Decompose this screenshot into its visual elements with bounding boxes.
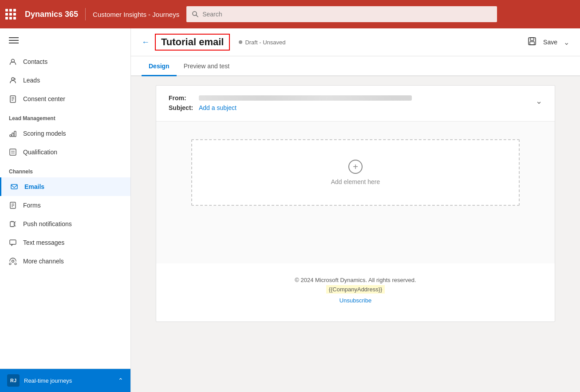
add-element-plus-icon: + [348,160,363,174]
subject-label: Subject: [169,104,195,111]
svg-rect-23 [10,240,16,244]
from-label: From: [169,94,195,102]
search-icon [192,11,199,18]
app-name: Dynamics 365 [25,10,78,19]
contacts-label: Contacts [23,58,47,65]
topbar-divider [85,8,86,20]
svg-point-26 [15,263,16,265]
add-element-text: Add element here [331,178,380,185]
sidebar-footer-chevron-icon: ⌃ [118,377,123,384]
sidebar-item-consent-center[interactable]: Consent center [0,90,130,108]
svg-point-3 [12,78,14,80]
svg-rect-29 [530,42,534,45]
email-footer: © 2024 Microsoft Dynamics. All rights re… [156,263,555,321]
consent-icon [9,95,17,103]
leads-icon [9,76,17,84]
svg-rect-10 [14,131,16,137]
draft-status-text: Draft - Unsaved [245,39,285,46]
svg-line-1 [196,15,198,17]
emails-icon [10,183,18,191]
svg-rect-9 [12,133,14,137]
leads-label: Leads [23,77,40,84]
search-bar[interactable] [186,6,497,22]
content-area: ← Tutorial email Draft - Unsaved Save ⌄ [131,28,580,392]
sidebar-footer[interactable]: RJ Real-time journeys ⌃ [0,368,130,392]
sidebar-item-forms[interactable]: Forms [0,196,130,215]
hamburger-button[interactable] [0,28,130,52]
forms-icon [9,201,17,209]
sidebar-item-leads[interactable]: Leads [0,71,130,90]
email-meta: From: Subject: Add a subject ⌄ [156,86,555,122]
svg-rect-28 [530,38,534,40]
module-name: Customer Insights - Journeys [93,11,179,18]
svg-rect-8 [10,135,12,137]
sidebar-item-more-channels[interactable]: More channels [0,252,130,270]
sidebar-footer-avatar: RJ [7,374,20,387]
text-messages-icon [9,239,17,247]
footer-company-address: {{CompanyAddress}} [326,285,385,294]
forms-label: Forms [23,202,41,209]
tab-design[interactable]: Design [142,56,177,76]
footer-copyright: © 2024 Microsoft Dynamics. All rights re… [169,277,542,283]
emails-label: Emails [24,183,44,190]
consent-center-label: Consent center [23,95,65,102]
sidebar-footer-label: Real-time journeys [24,377,114,384]
meta-expand-icon[interactable]: ⌄ [536,96,542,106]
topbar: Dynamics 365 Customer Insights - Journey… [0,0,580,28]
draft-status: Draft - Unsaved [239,39,285,46]
svg-rect-11 [10,149,16,155]
search-input[interactable] [202,11,492,18]
contacts-icon [9,58,17,66]
scoring-icon [9,129,17,137]
sidebar-item-scoring-models[interactable]: Scoring models [0,124,130,143]
sidebar-item-emails[interactable]: Emails [0,177,130,196]
email-subject-row: Subject: Add a subject [169,104,542,111]
sidebar-item-text-messages[interactable]: Text messages [0,233,130,252]
tab-preview-and-test[interactable]: Preview and test [177,56,237,76]
draft-dot [239,40,242,44]
save-button[interactable]: Save [541,37,560,47]
qualification-icon [9,148,17,156]
svg-rect-14 [11,184,17,189]
lead-management-section: Lead Management [0,108,130,124]
qualification-label: Qualification [23,149,57,156]
push-notifications-icon [9,220,17,228]
push-notifications-label: Push notifications [23,220,72,227]
more-channels-icon [9,257,17,265]
channels-section: Channels [0,161,130,177]
email-body-canvas: + Add element here [156,122,555,263]
add-element-box[interactable]: + Add element here [191,139,520,206]
svg-point-25 [9,263,11,265]
back-button[interactable]: ← [142,38,150,47]
sidebar-item-qualification[interactable]: Qualification [0,143,130,161]
sidebar: Contacts Leads [0,28,131,392]
email-container: From: Subject: Add a subject ⌄ + Add ele… [156,85,555,322]
svg-rect-19 [10,222,14,227]
add-subject-link[interactable]: Add a subject [199,104,237,111]
page-title: Tutorial email [155,34,230,51]
tabs-bar: Design Preview and test [131,56,580,76]
text-messages-label: Text messages [23,239,64,246]
scoring-models-label: Scoring models [23,130,66,137]
main-layout: Contacts Leads [0,28,580,392]
email-from-row: From: [169,94,542,102]
page-header: ← Tutorial email Draft - Unsaved Save ⌄ [131,28,580,56]
more-channels-label: More channels [23,258,64,265]
save-chevron-icon[interactable]: ⌄ [564,38,569,47]
header-actions: Save ⌄ [527,36,569,48]
svg-point-24 [12,260,14,263]
footer-unsubscribe-link[interactable]: Unsubscribe [169,297,542,304]
email-editor: From: Subject: Add a subject ⌄ + Add ele… [131,76,580,392]
apps-grid-icon[interactable] [5,9,16,20]
from-value-blurred [199,95,412,101]
sidebar-item-push-notifications[interactable]: Push notifications [0,215,130,233]
sidebar-item-contacts[interactable]: Contacts [0,52,130,71]
save-icon-button[interactable] [527,36,537,48]
